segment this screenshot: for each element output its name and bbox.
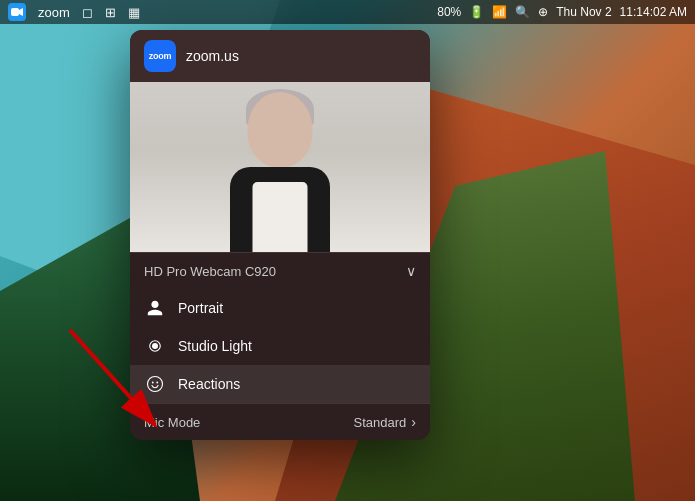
menubar-item-2[interactable]: ⊞ [105,5,116,20]
svg-point-4 [148,377,163,392]
zoom-logo-text: zoom [149,51,171,61]
mic-mode-right: Standard › [354,414,416,430]
person-body [230,167,330,252]
battery-icon: 🔋 [469,5,484,19]
menubar-time: 11:14:02 AM [620,5,687,19]
reactions-menu-item[interactable]: Reactions [130,365,430,403]
camera-device-row[interactable]: HD Pro Webcam C920 ∨ [130,252,430,289]
zoom-panel-header: zoom zoom.us [130,30,430,82]
zoom-menubar-icon[interactable] [8,3,26,21]
portrait-menu-item[interactable]: Portrait [130,289,430,327]
menubar-zoom-label[interactable]: zoom [38,5,70,20]
person-head [248,92,313,167]
battery-percentage: 80% [437,5,461,19]
studio-light-menu-item[interactable]: Studio Light [130,327,430,365]
camera-preview [130,82,430,252]
mic-mode-chevron-icon: › [411,414,416,430]
control-center-icon[interactable]: ⊕ [538,5,548,19]
mic-mode-value: Standard [354,415,407,430]
mic-mode-row[interactable]: Mic Mode Standard › [130,403,430,440]
mic-mode-label: Mic Mode [144,415,200,430]
studio-light-label: Studio Light [178,338,252,354]
svg-point-5 [152,382,154,384]
camera-chevron-icon: ∨ [406,263,416,279]
menubar-item-1[interactable]: ◻ [82,5,93,20]
menubar-item-3[interactable]: ▦ [128,5,140,20]
zoom-logo: zoom [144,40,176,72]
studio-light-icon [144,335,166,357]
svg-marker-1 [19,8,23,16]
reactions-label: Reactions [178,376,240,392]
zoom-url: zoom.us [186,48,239,64]
reactions-icon [144,373,166,395]
menubar-date: Thu Nov 2 [556,5,611,19]
svg-point-6 [156,382,158,384]
portrait-icon [144,297,166,319]
menubar: zoom ◻ ⊞ ▦ 80% 🔋 📶 🔍 ⊕ Thu Nov 2 11:14:0… [0,0,695,24]
portrait-label: Portrait [178,300,223,316]
svg-rect-0 [11,8,19,16]
svg-point-2 [152,343,158,349]
wifi-icon: 📶 [492,5,507,19]
person-shirt [253,182,308,252]
search-icon[interactable]: 🔍 [515,5,530,19]
zoom-panel: zoom zoom.us HD Pro Webcam C920 ∨ Portra… [130,30,430,440]
person-avatar [210,87,350,252]
camera-device-name: HD Pro Webcam C920 [144,264,276,279]
